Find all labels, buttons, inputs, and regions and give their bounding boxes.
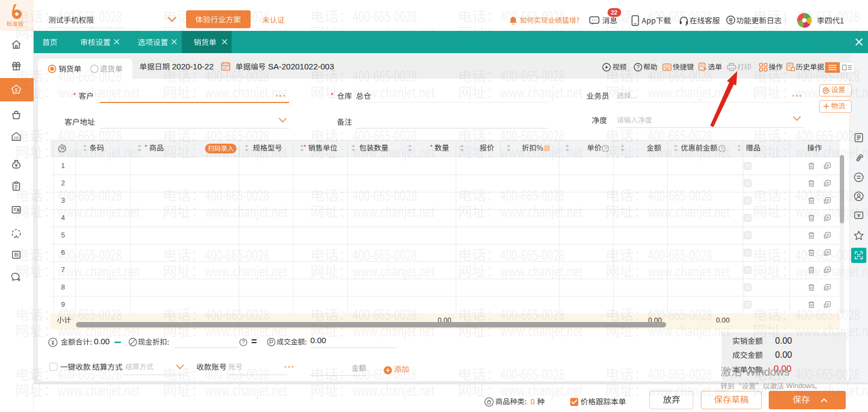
svg-text:?: ? (636, 65, 640, 70)
svg-text:?: ? (604, 146, 607, 151)
svg-text:$: $ (15, 87, 17, 93)
svg-text:?: ? (720, 146, 723, 151)
svg-text:?: ? (242, 339, 245, 345)
